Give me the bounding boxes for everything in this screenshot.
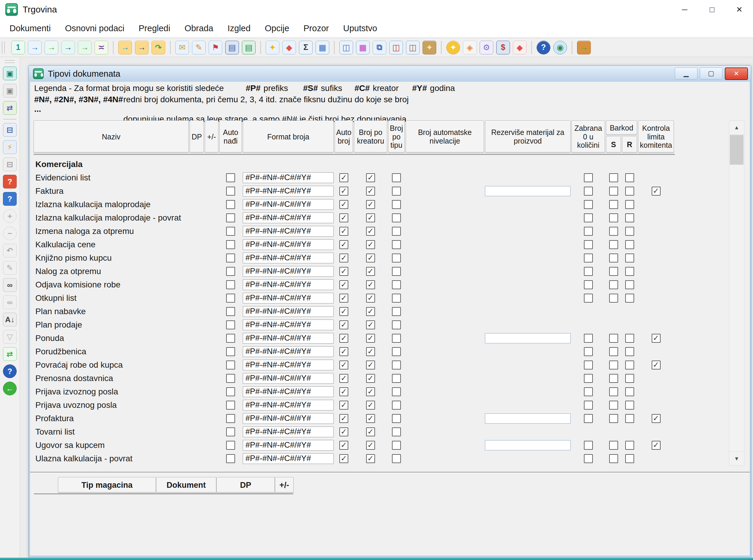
- settings-gear-icon[interactable]: ⚙: [480, 41, 493, 54]
- broj-po-kreatoru-checkbox[interactable]: ✓: [366, 361, 375, 369]
- bottom-col-header-dokument[interactable]: Dokument: [156, 477, 216, 493]
- format-broja-input[interactable]: [243, 226, 334, 237]
- maximize-button[interactable]: □: [698, 0, 726, 19]
- broj-po-kreatoru-checkbox[interactable]: ✓: [366, 374, 375, 383]
- find-icon[interactable]: ∞: [3, 278, 17, 292]
- broj-po-tipu-checkbox[interactable]: [392, 294, 401, 303]
- auto-nadi-checkbox[interactable]: [226, 214, 235, 222]
- broj-po-tipu-checkbox[interactable]: [392, 414, 401, 423]
- barkod-s-checkbox[interactable]: [609, 187, 618, 196]
- format-broja-input[interactable]: [243, 440, 334, 451]
- broj-po-kreatoru-checkbox[interactable]: ✓: [366, 307, 375, 316]
- format-broja-input[interactable]: [243, 213, 334, 223]
- barkod-r-checkbox[interactable]: [625, 454, 634, 463]
- barkod-r-checkbox[interactable]: [625, 173, 634, 182]
- layout-grid-icon[interactable]: ▦: [356, 41, 370, 54]
- doc-type-row-knji-no-pismo-kupcu[interactable]: Knjižno pismo kupcu✓✓: [34, 251, 674, 264]
- auto-broj-checkbox[interactable]: ✓: [339, 374, 348, 383]
- auto-nadi-checkbox[interactable]: [226, 427, 235, 436]
- book-bookmark-blue-icon[interactable]: ▤: [225, 41, 239, 54]
- barkod-s-checkbox[interactable]: [609, 334, 618, 343]
- col-header-dp[interactable]: DP: [189, 120, 204, 153]
- barkod-r-checkbox[interactable]: [625, 401, 634, 409]
- print-fast-icon[interactable]: ⚡: [3, 140, 17, 154]
- col-header-broj-po-tipu[interactable]: Broj po tipu: [388, 120, 405, 153]
- barkod-r-checkbox[interactable]: [625, 280, 634, 289]
- scroll-down-icon[interactable]: ▼: [729, 452, 744, 465]
- auto-broj-checkbox[interactable]: ✓: [339, 427, 348, 436]
- barkod-s-checkbox[interactable]: [609, 454, 618, 463]
- auto-nadi-checkbox[interactable]: [226, 441, 235, 450]
- auto-broj-checkbox[interactable]: ✓: [339, 387, 348, 396]
- import-page-green-icon[interactable]: →: [45, 41, 58, 54]
- auto-broj-checkbox[interactable]: ✓: [339, 320, 348, 329]
- col-header-plus-minus[interactable]: +/-: [205, 120, 219, 153]
- broj-po-tipu-checkbox[interactable]: [392, 320, 401, 329]
- kontrola-limita-checkbox[interactable]: ✓: [652, 187, 660, 196]
- format-broja-input[interactable]: [243, 173, 334, 183]
- barkod-s-checkbox[interactable]: [609, 441, 618, 450]
- undo-icon[interactable]: ↶: [3, 244, 17, 257]
- auto-broj-checkbox[interactable]: ✓: [339, 214, 348, 222]
- zabrana-0-checkbox[interactable]: [584, 441, 593, 450]
- barkod-r-checkbox[interactable]: [625, 361, 634, 369]
- auto-nadi-checkbox[interactable]: [226, 454, 235, 463]
- zabrana-0-checkbox[interactable]: [584, 173, 593, 182]
- auto-nadi-checkbox[interactable]: [226, 187, 235, 196]
- auto-nadi-checkbox[interactable]: [226, 267, 235, 276]
- barkod-s-checkbox[interactable]: [609, 347, 618, 356]
- barkod-r-checkbox[interactable]: [625, 347, 634, 356]
- zabrana-0-checkbox[interactable]: [584, 200, 593, 209]
- menu-item-obrada[interactable]: Obrada: [177, 23, 221, 33]
- broj-po-kreatoru-checkbox[interactable]: ✓: [366, 427, 375, 436]
- broj-po-tipu-checkbox[interactable]: [392, 240, 401, 249]
- zabrana-0-checkbox[interactable]: [584, 374, 593, 383]
- col-header-auto-nadi[interactable]: Auto nađi: [219, 120, 242, 153]
- broj-po-kreatoru-checkbox[interactable]: ✓: [366, 441, 375, 450]
- auto-nadi-checkbox[interactable]: [226, 294, 235, 303]
- broj-po-kreatoru-checkbox[interactable]: ✓: [366, 414, 375, 423]
- doc-type-row-tovarni-list[interactable]: Tovarni list✓✓: [34, 425, 674, 438]
- broj-po-kreatoru-checkbox[interactable]: ✓: [366, 227, 375, 236]
- barkod-r-checkbox[interactable]: [625, 414, 634, 423]
- new-document-icon[interactable]: 1: [11, 41, 25, 54]
- broj-po-tipu-checkbox[interactable]: [392, 387, 401, 396]
- doc-type-row-porud-benica[interactable]: Porudžbenica✓✓: [34, 345, 674, 358]
- barkod-r-checkbox[interactable]: [625, 334, 634, 343]
- auto-nadi-checkbox[interactable]: [226, 254, 235, 262]
- broj-po-tipu-checkbox[interactable]: [392, 254, 401, 262]
- import-doc-blue-icon[interactable]: →: [135, 41, 148, 54]
- doc-type-row-evidencioni-list[interactable]: Evidencioni list✓✓: [34, 171, 674, 184]
- remove-icon[interactable]: −: [3, 226, 17, 240]
- doc-type-row-otkupni-list[interactable]: Otkupni list✓✓: [34, 291, 674, 305]
- format-broja-input[interactable]: [243, 239, 334, 250]
- format-broja-input[interactable]: [243, 360, 334, 371]
- col-header-barkod-s[interactable]: S: [606, 136, 621, 153]
- auto-nadi-checkbox[interactable]: [226, 347, 235, 356]
- auto-nadi-checkbox[interactable]: [226, 227, 235, 236]
- barkod-r-checkbox[interactable]: [625, 187, 634, 196]
- minimize-button[interactable]: ─: [671, 0, 698, 19]
- format-broja-input[interactable]: [243, 320, 334, 330]
- zabrana-0-checkbox[interactable]: [584, 387, 593, 396]
- save-secondary-icon[interactable]: ▣: [3, 84, 17, 98]
- barkod-s-checkbox[interactable]: [609, 200, 618, 209]
- ruby-icon[interactable]: ◆: [513, 41, 527, 54]
- barkod-r-checkbox[interactable]: [625, 254, 634, 262]
- edit-document-icon[interactable]: ✎: [192, 41, 206, 54]
- format-broja-input[interactable]: [243, 306, 334, 317]
- find-next-icon[interactable]: ∞: [3, 296, 17, 309]
- archive-question-red-icon[interactable]: ?: [3, 175, 17, 188]
- child-title-bar[interactable]: Tipovi dokumenata ▁▢✕: [29, 66, 751, 82]
- auto-nadi-checkbox[interactable]: [226, 361, 235, 369]
- broj-po-tipu-checkbox[interactable]: [392, 441, 401, 450]
- barkod-s-checkbox[interactable]: [609, 173, 618, 182]
- lightbulb-icon[interactable]: ✦: [446, 41, 460, 54]
- format-broja-input[interactable]: [243, 400, 334, 411]
- redo-doc-green-icon[interactable]: ↷: [151, 41, 165, 54]
- col-header-rezervise[interactable]: Rezerviše materijal za proizvod: [485, 120, 571, 153]
- col-header-barkod[interactable]: Barkod: [606, 120, 637, 135]
- broj-po-kreatoru-checkbox[interactable]: ✓: [366, 187, 375, 196]
- sum-icon[interactable]: Σ: [299, 41, 312, 54]
- book-bookmark-green-icon[interactable]: ▤: [242, 41, 256, 54]
